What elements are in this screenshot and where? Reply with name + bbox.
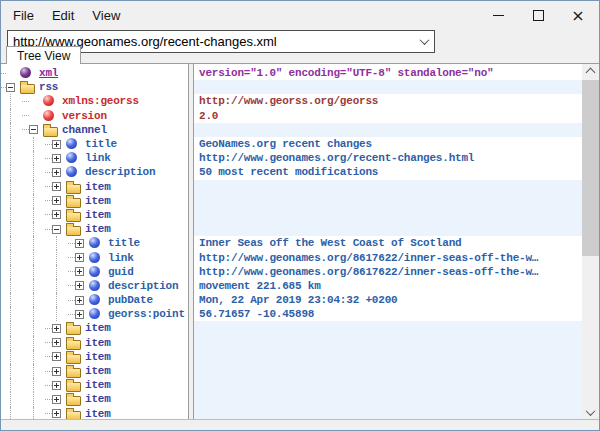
value-row bbox=[194, 180, 582, 194]
vertical-scrollbar[interactable] bbox=[582, 64, 599, 420]
tree-connector-line bbox=[33, 293, 34, 307]
tree-node-item[interactable]: item bbox=[1, 407, 188, 421]
tree-node-item[interactable]: item bbox=[1, 350, 188, 364]
node-label: item bbox=[85, 195, 111, 207]
tree-connector-line bbox=[10, 350, 11, 364]
expander-slot bbox=[52, 140, 65, 149]
value-row bbox=[194, 123, 582, 137]
node-label: item bbox=[85, 408, 111, 420]
tree-node-item[interactable]: item bbox=[1, 364, 188, 378]
expander-slot bbox=[52, 367, 65, 376]
tree-node-version[interactable]: version bbox=[1, 109, 188, 123]
expand-expander-icon[interactable] bbox=[52, 352, 61, 361]
tree-node-item[interactable]: item bbox=[1, 321, 188, 335]
expander-slot bbox=[52, 409, 65, 418]
tree-node-item[interactable]: item bbox=[1, 336, 188, 350]
tree-node-pubDate[interactable]: pubDate bbox=[1, 293, 188, 307]
scroll-down-button[interactable] bbox=[582, 404, 599, 420]
tree-node-title[interactable]: title bbox=[1, 137, 188, 151]
tree-node-rss[interactable]: rss bbox=[1, 80, 188, 94]
collapse-expander-icon[interactable] bbox=[6, 83, 15, 92]
maximize-button[interactable] bbox=[518, 2, 558, 29]
tree-node-description[interactable]: description bbox=[1, 279, 188, 293]
tree-connector-line bbox=[10, 236, 11, 250]
tree-node-xml[interactable]: xml bbox=[1, 66, 188, 80]
tree-connector-line bbox=[33, 208, 34, 222]
tree-node-item[interactable]: item bbox=[1, 222, 188, 236]
expand-expander-icon[interactable] bbox=[75, 310, 84, 319]
minimize-button[interactable] bbox=[478, 2, 518, 29]
expand-expander-icon[interactable] bbox=[52, 182, 61, 191]
node-label: pubDate bbox=[108, 294, 153, 306]
expander-slot bbox=[75, 296, 88, 305]
tree-connector-line bbox=[10, 180, 11, 194]
tree-node-link[interactable]: link bbox=[1, 250, 188, 264]
expand-expander-icon[interactable] bbox=[75, 296, 84, 305]
menu-view[interactable]: View bbox=[83, 4, 129, 27]
tab-tree-view[interactable]: Tree View bbox=[6, 46, 81, 64]
node-value: 2.0 bbox=[194, 110, 218, 122]
value-row: http://www.geonames.org/8617622/inner-se… bbox=[194, 250, 582, 264]
expand-expander-icon[interactable] bbox=[52, 338, 61, 347]
tree-node-item[interactable]: item bbox=[1, 194, 188, 208]
expand-expander-icon[interactable] bbox=[75, 239, 84, 248]
tree-node-georss:point[interactable]: georss:point bbox=[1, 307, 188, 321]
tree-node-title[interactable]: title bbox=[1, 236, 188, 250]
folder-icon bbox=[66, 337, 80, 349]
node-label: item bbox=[85, 223, 111, 235]
expand-expander-icon[interactable] bbox=[52, 409, 61, 418]
tree-node-item[interactable]: item bbox=[1, 208, 188, 222]
tree-connector-line bbox=[33, 321, 34, 335]
expand-expander-icon[interactable] bbox=[52, 395, 61, 404]
folder-icon bbox=[66, 209, 80, 221]
expander-slot bbox=[52, 225, 65, 234]
expand-expander-icon[interactable] bbox=[52, 381, 61, 390]
expand-expander-icon[interactable] bbox=[75, 267, 84, 276]
tree-connector-line bbox=[10, 222, 11, 236]
tree-connector-line bbox=[10, 94, 11, 108]
menu-file[interactable]: File bbox=[4, 4, 43, 27]
tree-connector-line bbox=[33, 279, 34, 293]
scrollbar-thumb[interactable] bbox=[582, 80, 599, 256]
node-value: http://www.georss.org/georss bbox=[194, 95, 378, 107]
tree-connector-line bbox=[10, 165, 11, 179]
expand-expander-icon[interactable] bbox=[52, 140, 61, 149]
tree-node-channel[interactable]: channel bbox=[1, 123, 188, 137]
tree-node-description[interactable]: description bbox=[1, 165, 188, 179]
tree-connector-line bbox=[56, 307, 57, 321]
tree-node-guid[interactable]: guid bbox=[1, 265, 188, 279]
bottom-scroll-strip[interactable] bbox=[1, 419, 599, 430]
node-value: http://www.geonames.org/8617622/inner-se… bbox=[194, 252, 538, 264]
expand-expander-icon[interactable] bbox=[52, 210, 61, 219]
expand-expander-icon[interactable] bbox=[75, 281, 84, 290]
folder-icon bbox=[66, 365, 80, 377]
tree-node-item[interactable]: item bbox=[1, 180, 188, 194]
collapse-expander-icon[interactable] bbox=[52, 225, 61, 234]
expand-expander-icon[interactable] bbox=[52, 168, 61, 177]
tree-node-xmlns:georss[interactable]: xmlns:georss bbox=[1, 94, 188, 108]
expand-expander-icon[interactable] bbox=[52, 154, 61, 163]
tree-connector-line bbox=[10, 208, 11, 222]
collapse-expander-icon[interactable] bbox=[29, 125, 38, 134]
combobox-dropdown-button[interactable] bbox=[415, 31, 434, 52]
expander-slot bbox=[29, 111, 42, 120]
value-row: GeoNames.org recent changes bbox=[194, 137, 582, 151]
expand-expander-icon[interactable] bbox=[52, 367, 61, 376]
expand-expander-icon[interactable] bbox=[52, 196, 61, 205]
expand-expander-icon[interactable] bbox=[52, 324, 61, 333]
tree-node-item[interactable]: item bbox=[1, 378, 188, 392]
close-button[interactable]: × bbox=[558, 2, 598, 29]
expand-expander-icon[interactable] bbox=[75, 253, 84, 262]
tree-connector-line bbox=[10, 109, 11, 123]
scroll-up-button[interactable] bbox=[582, 64, 599, 80]
tree-connector-line bbox=[33, 236, 34, 250]
chevron-down-icon bbox=[586, 406, 596, 416]
value-row: http://www.geonames.org/recent-changes.h… bbox=[194, 151, 582, 165]
menu-edit[interactable]: Edit bbox=[43, 4, 83, 27]
tree-connector-line bbox=[10, 137, 11, 151]
value-row: movement 221.685 km bbox=[194, 279, 582, 293]
tree-node-link[interactable]: link bbox=[1, 151, 188, 165]
tree-node-item[interactable]: item bbox=[1, 392, 188, 406]
node-label: title bbox=[108, 237, 140, 249]
tree-connector-line bbox=[10, 392, 11, 406]
